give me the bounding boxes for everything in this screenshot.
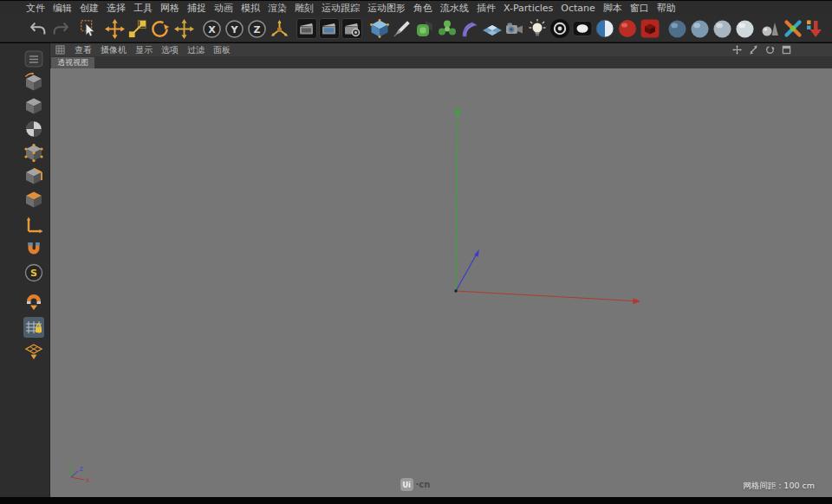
toolbar-right-group [549, 17, 832, 40]
world-axis-gizmo [50, 68, 832, 497]
octane-camera-icon[interactable] [594, 17, 616, 40]
scale-tool-icon[interactable] [126, 17, 148, 40]
octane-material-icon[interactable] [616, 17, 639, 40]
viewport-tab-row: 透视视图 [50, 56, 832, 68]
polygons-mode-icon[interactable] [23, 189, 44, 210]
viewport-rotate-icon[interactable] [764, 44, 776, 55]
menubar-item[interactable]: 文件 [26, 1, 45, 16]
array-generator-icon[interactable] [436, 17, 458, 40]
viewport-dolly-icon[interactable] [748, 44, 759, 55]
menubar-item[interactable]: 编辑 [53, 1, 72, 16]
lock-x-axis-icon[interactable]: X [200, 17, 223, 40]
model-mode-icon[interactable] [23, 95, 44, 116]
watermark: Ui ·cn [50, 478, 780, 491]
enable-quantizing-icon[interactable] [23, 291, 44, 312]
insydium-bridge-icon[interactable] [804, 17, 827, 40]
viewport-menu-item[interactable]: 查看 [75, 44, 92, 56]
viewport-menu-item[interactable]: 过滤 [187, 44, 205, 56]
viewport-controls [731, 44, 792, 55]
floor-object-icon[interactable] [481, 17, 504, 40]
menubar-item[interactable]: 工具 [133, 1, 153, 16]
coordinate-system-icon[interactable] [268, 17, 290, 40]
viewport-tab-perspective[interactable]: 透视视图 [51, 57, 94, 68]
x-particles-icon[interactable] [782, 17, 804, 40]
menubar-item[interactable]: 捕捉 [187, 1, 206, 16]
viewport-menubar: 查看摄像机显示选项过滤面板 [50, 43, 832, 56]
svg-text:S: S [30, 268, 37, 279]
menubar-item[interactable]: 插件 [477, 1, 496, 16]
palette-grip[interactable] [23, 48, 44, 69]
lock-y-axis-icon[interactable]: Y [223, 17, 245, 40]
octane-objects-icon[interactable] [639, 17, 661, 40]
render-view-icon[interactable] [296, 17, 318, 40]
align-workplane-icon[interactable] [23, 340, 44, 361]
viewport-pan-icon[interactable] [731, 44, 743, 55]
toolbar: XYZ [0, 16, 832, 42]
viewport-menu-item[interactable]: 选项 [161, 44, 179, 56]
menubar-item[interactable]: 窗口 [630, 1, 649, 16]
octane-liveviewer-icon[interactable] [549, 17, 571, 40]
enable-snap-icon[interactable] [23, 239, 44, 260]
menubar-item[interactable]: 渲染 [268, 1, 287, 16]
menubar-item[interactable]: 帮助 [657, 1, 676, 16]
undo-icon[interactable] [27, 17, 49, 40]
spline-pen-icon[interactable] [391, 17, 413, 40]
menubar-item[interactable]: Octane [561, 1, 595, 16]
viewport-menu-grid-icon[interactable] [55, 44, 66, 55]
add-cube-icon[interactable] [368, 17, 391, 40]
menubar-item[interactable]: 创建 [80, 1, 99, 16]
viewport-menu-items: 查看摄像机显示选项过滤面板 [75, 44, 231, 56]
material-sphere-light-icon[interactable] [733, 17, 756, 40]
material-sphere-blue-icon[interactable] [688, 17, 711, 40]
menubar-item[interactable]: 选择 [107, 1, 126, 16]
make-editable-icon[interactable] [23, 72, 44, 93]
subdivision-surface-icon[interactable] [413, 17, 436, 40]
menubar-item[interactable]: X-Particles [504, 1, 553, 16]
viewport-panel: 查看摄像机显示选项过滤面板 透视视图 Y X Z Ui ·cn 网格间距 : 1… [49, 43, 832, 497]
render-settings-icon[interactable] [341, 17, 363, 40]
svg-text:Z: Z [253, 23, 260, 35]
mini-axis-z-label: Z [80, 466, 84, 473]
lock-workplane-icon[interactable] [23, 317, 44, 338]
light-object-icon[interactable] [526, 17, 549, 40]
viewport-maximize-icon[interactable] [781, 44, 792, 55]
svg-text:Y: Y [230, 23, 238, 35]
viewport-canvas[interactable]: Y X Z Ui ·cn 网格间距 : 100 cm [50, 68, 832, 497]
menubar-item[interactable]: 运动图形 [367, 1, 406, 16]
points-mode-icon[interactable] [23, 142, 44, 163]
rotate-tool-icon[interactable] [148, 17, 171, 40]
viewport-solo-icon[interactable]: S [23, 262, 44, 283]
mini-axis-y-label: Y [67, 461, 71, 468]
viewport-menu-item[interactable]: 摄像机 [101, 44, 127, 56]
menubar-item[interactable]: 角色 [413, 1, 432, 16]
menubar-item[interactable]: 网格 [160, 1, 179, 16]
menubar-item[interactable]: 动画 [214, 1, 233, 16]
menubar: 文件编辑创建选择工具网格捕捉动画模拟渲染雕刻运动跟踪运动图形角色流水线插件X-P… [0, 1, 832, 16]
svg-text:X: X [208, 23, 216, 35]
move-tool-icon[interactable] [103, 17, 126, 40]
menubar-item[interactable]: 运动跟踪 [322, 1, 360, 16]
octane-render-icon[interactable] [571, 17, 594, 40]
bend-deformer-icon[interactable] [458, 17, 481, 40]
edges-mode-icon[interactable] [23, 165, 44, 186]
camera-object-icon[interactable] [504, 17, 526, 40]
watermark-suffix: ·cn [416, 480, 431, 489]
live-selection-icon[interactable] [77, 17, 100, 40]
content-browser-icon[interactable] [759, 17, 782, 40]
material-sphere-dark-icon[interactable] [666, 17, 688, 40]
enable-axis-icon[interactable] [23, 216, 44, 236]
lock-z-axis-icon[interactable]: Z [245, 17, 268, 40]
watermark-logo: Ui [400, 478, 413, 491]
viewport-menu-item[interactable]: 面板 [213, 44, 231, 56]
menubar-item[interactable]: 雕刻 [295, 1, 314, 16]
render-picture-viewer-icon[interactable] [318, 17, 341, 40]
texture-mode-icon[interactable] [23, 119, 44, 139]
menubar-item[interactable]: 脚本 [603, 1, 622, 16]
viewport-menu-item[interactable]: 显示 [135, 44, 153, 56]
last-used-tool-icon[interactable] [172, 17, 195, 40]
mode-palette: S [0, 43, 49, 497]
menubar-item[interactable]: 模拟 [241, 1, 260, 16]
redo-icon[interactable] [49, 17, 72, 40]
material-sphere-silver-icon[interactable] [711, 17, 733, 40]
menubar-item[interactable]: 流水线 [440, 1, 469, 16]
